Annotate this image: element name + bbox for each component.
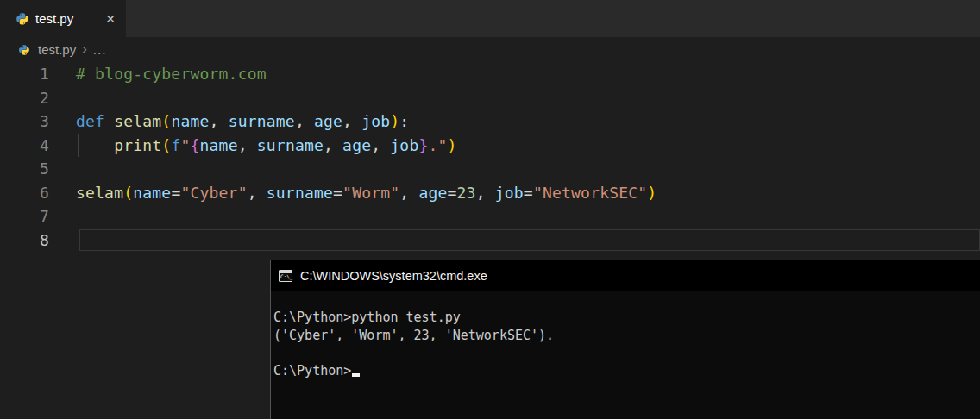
vscode-window: test.py ✕ test.py › ... 1# blog-cyberwor… [0,0,980,419]
code-text [49,86,76,110]
tab-label: test.py [35,11,73,26]
terminal-body[interactable]: C:\Python>python test.py('Cyber', 'Worm'… [271,291,980,419]
code-line[interactable]: 8 [0,228,980,253]
indent-guide [78,134,79,158]
current-line-highlight [79,229,980,252]
code-text: # blog-cyberworm.com [49,62,267,86]
code-text [49,157,76,181]
editor-tab-bar: test.py ✕ [0,0,980,37]
code-text [49,204,76,228]
terminal-line: C:\Python> [273,362,980,380]
code-line[interactable]: 4 print(f"{name, surname, age, job}.") [0,134,980,158]
terminal-line [273,344,980,362]
line-number: 2 [0,86,49,110]
cmd-titlebar[interactable]: C:\WINDOWS\system32\cmd.exe [271,260,980,291]
chevron-right-icon: › [82,41,87,58]
terminal-line: C:\Python>python test.py [273,309,980,327]
breadcrumb-file[interactable]: test.py [38,42,76,57]
line-number: 1 [0,62,49,86]
line-number: 3 [0,109,49,134]
breadcrumb[interactable]: test.py › ... [0,37,980,62]
editor-lines[interactable]: 1# blog-cyberworm.com23def selam(name, s… [0,62,980,252]
close-icon[interactable]: ✕ [105,13,116,25]
line-number: 8 [0,228,49,253]
cmd-title: C:\WINDOWS\system32\cmd.exe [300,269,487,283]
code-line[interactable]: 3def selam(name, surname, age, job): [0,109,980,134]
code-text: def selam(name, surname, age, job): [49,109,409,134]
code-line[interactable]: 7 [0,204,980,228]
python-icon [16,12,29,26]
code-text [49,228,76,253]
line-number: 5 [0,157,49,181]
python-icon [18,44,30,56]
cmd-icon [279,270,292,282]
code-line[interactable]: 2 [0,86,980,110]
code-text: print(f"{name, surname, age, job}.") [49,134,457,158]
breadcrumb-ellipsis[interactable]: ... [93,42,107,57]
tab-test-py[interactable]: test.py ✕ [0,0,126,37]
code-line[interactable]: 6selam(name="Cyber", surname="Worm", age… [0,181,980,205]
line-number: 4 [0,134,49,158]
line-number: 6 [0,181,49,205]
line-number: 7 [0,204,49,228]
code-line[interactable]: 5 [0,157,980,181]
cmd-window[interactable]: C:\WINDOWS\system32\cmd.exe C:\Python>py… [270,260,980,419]
terminal-line: ('Cyber', 'Worm', 23, 'NetworkSEC'). [273,327,980,345]
code-line[interactable]: 1# blog-cyberworm.com [0,62,980,86]
terminal-cursor [352,373,360,377]
code-text: selam(name="Cyber", surname="Worm", age=… [49,181,656,205]
